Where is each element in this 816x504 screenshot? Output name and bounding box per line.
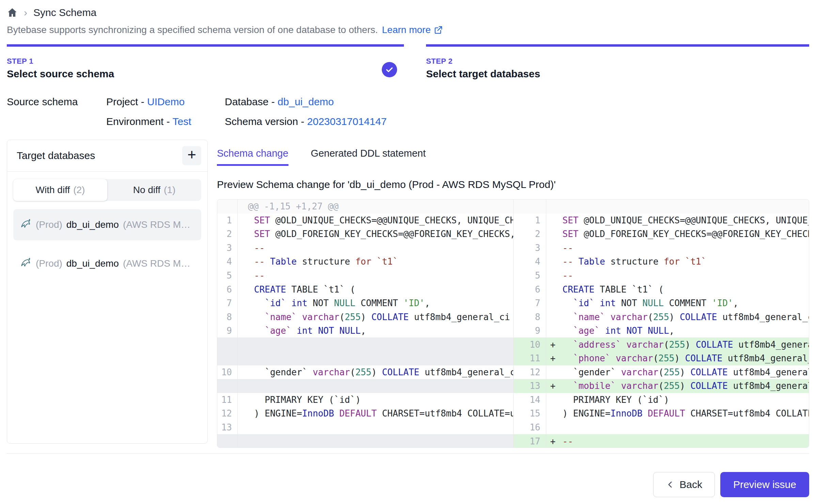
diff-context-row: 12 ) ENGINE=InnoDB DEFAULT CHARSET=utf8m…	[217, 407, 513, 421]
line-number	[217, 379, 238, 393]
line-marker	[550, 326, 563, 336]
add-target-database-button[interactable]: +	[182, 146, 201, 165]
field-project: Project - UIDemo	[106, 96, 225, 108]
database-environment: (Prod)	[36, 219, 62, 230]
learn-more-link[interactable]: Learn more	[382, 25, 443, 35]
code-line: PRIMARY KEY (`id`)	[546, 395, 809, 405]
step-1-label: STEP 1	[7, 57, 404, 66]
database-name: db_ui_demo	[66, 258, 119, 269]
diff-added-row: 13+ `mobile` varchar(255) COLLATE utf8mb…	[514, 379, 809, 393]
line-number: 16	[514, 421, 546, 435]
line-marker	[550, 243, 563, 253]
source-schema-summary: Source schema Project - UIDemo Database …	[7, 96, 809, 127]
code-line: -- Table structure for `t1`	[546, 256, 809, 267]
diff-context-row: 9 `age` int NOT NULL,	[514, 324, 809, 338]
diff-context-row: 9 `age` int NOT NULL,	[217, 324, 513, 338]
chevron-left-icon	[666, 480, 675, 489]
line-number: 6	[217, 282, 238, 296]
tab-generated-ddl[interactable]: Generated DDL statement	[311, 148, 426, 166]
diff-context-row: 7 `id` int NOT NULL COMMENT 'ID',	[514, 296, 809, 310]
line-number: 3	[514, 241, 546, 255]
line-marker	[242, 298, 254, 308]
preview-issue-button[interactable]: Preview issue	[720, 472, 809, 497]
code-line: + `mobile` varchar(255) COLLATE utf8mb4_…	[546, 381, 809, 391]
line-number	[217, 200, 238, 214]
diff-context-row: 6 CREATE TABLE `t1` (	[217, 282, 513, 296]
line-marker	[242, 408, 254, 419]
line-number: 15	[514, 407, 546, 421]
line-number: 8	[217, 310, 238, 324]
tab-with-diff[interactable]: With diff (2)	[13, 179, 107, 201]
code-line	[238, 422, 513, 432]
spacer-cell	[7, 116, 106, 127]
mysql-icon	[20, 218, 32, 232]
diff-context-row: 1 SET @OLD_UNIQUE_CHECKS=@@UNIQUE_CHECKS…	[217, 214, 513, 227]
line-number: 9	[514, 324, 546, 338]
database-link[interactable]: db_ui_demo	[278, 96, 334, 107]
target-databases-header: Target databases +	[7, 140, 207, 172]
added-line-marker: +	[550, 353, 563, 363]
line-marker	[550, 367, 563, 377]
diff-filter-tabs: With diff (2) No diff (1)	[13, 179, 201, 201]
line-number: 4	[514, 255, 546, 269]
diff-context-row: 13	[217, 421, 513, 435]
code-line: `age` int NOT NULL,	[238, 326, 513, 336]
tab-schema-change[interactable]: Schema change	[217, 148, 288, 166]
line-number: 4	[217, 255, 238, 269]
code-line: + `address` varchar(255) COLLATE utf8mb4…	[546, 340, 809, 350]
line-marker	[550, 229, 563, 239]
diff-context-row: 7 `id` int NOT NULL COMMENT 'ID',	[217, 296, 513, 310]
diff-context-row: 5 --	[217, 269, 513, 283]
diff-context-row: 1 SET @OLD_UNIQUE_CHECKS=@@UNIQUE_CHECKS…	[514, 214, 809, 227]
field-database: Database - db_ui_demo	[225, 96, 809, 108]
line-marker	[550, 408, 563, 419]
line-number: 1	[217, 214, 238, 227]
database-instance: (AWS RDS MySQL Prod)	[123, 258, 194, 269]
code-line: `gender` varchar(255) COLLATE utf8mb4_ge…	[546, 367, 809, 377]
code-line: -- Table structure for `t1`	[238, 256, 513, 267]
field-environment-name: Environment	[106, 116, 163, 127]
target-databases-panel: Target databases + With diff (2) No diff…	[7, 140, 208, 444]
code-line: SET @OLD_FOREIGN_KEY_CHECKS=@@FOREIGN_KE…	[238, 229, 513, 239]
target-database-item-2[interactable]: (Prod) db_ui_demo (AWS RDS MySQL Prod)	[13, 248, 201, 279]
target-database-item-1[interactable]: (Prod) db_ui_demo (AWS RDS MySQL Prod)	[13, 209, 201, 240]
diff-added-row: 11+ `phone` varchar(255) COLLATE utf8mb4…	[514, 351, 809, 365]
step-1-title: Select source schema	[7, 68, 404, 80]
tab-no-diff[interactable]: No diff (1)	[107, 179, 201, 201]
line-number: 10	[514, 337, 546, 351]
sync-schema-page: › Sync Schema Bytebase supports synchron…	[0, 0, 816, 504]
diff-spacer-row	[217, 337, 513, 351]
schema-version-link[interactable]: 20230317014147	[307, 116, 387, 127]
line-marker	[550, 312, 563, 322]
added-line-marker: +	[550, 340, 563, 350]
target-databases-title: Target databases	[17, 150, 95, 161]
line-number: 7	[514, 296, 546, 310]
stepper: STEP 1 Select source schema STEP 2 Selec…	[7, 44, 809, 80]
line-marker	[550, 395, 563, 405]
tab-with-diff-label: With diff	[36, 185, 70, 195]
line-marker	[242, 256, 254, 267]
line-marker	[242, 215, 254, 225]
line-marker	[242, 326, 254, 336]
code-line	[546, 422, 809, 432]
step-2-title: Select target databases	[426, 68, 809, 80]
home-icon[interactable]	[7, 7, 18, 18]
diff-context-row: 3 --	[514, 241, 809, 255]
diff-context-row: 3 --	[217, 241, 513, 255]
line-marker	[550, 298, 563, 308]
project-link[interactable]: UIDemo	[147, 96, 185, 107]
added-line-marker: +	[550, 381, 563, 391]
tab-no-diff-count: (1)	[164, 185, 175, 195]
line-number: 7	[217, 296, 238, 310]
code-line: `id` int NOT NULL COMMENT 'ID',	[238, 298, 513, 308]
line-number: 12	[514, 365, 546, 379]
line-number: 8	[514, 310, 546, 324]
back-button-label: Back	[679, 479, 702, 490]
diff-context-row: 16	[514, 421, 809, 435]
target-database-list: (Prod) db_ui_demo (AWS RDS MySQL Prod) (…	[13, 209, 201, 279]
back-button[interactable]: Back	[653, 472, 715, 497]
line-number: 5	[514, 269, 546, 283]
field-project-name: Project	[106, 96, 138, 107]
environment-link[interactable]: Test	[173, 116, 191, 127]
code-line: +--	[546, 436, 809, 446]
